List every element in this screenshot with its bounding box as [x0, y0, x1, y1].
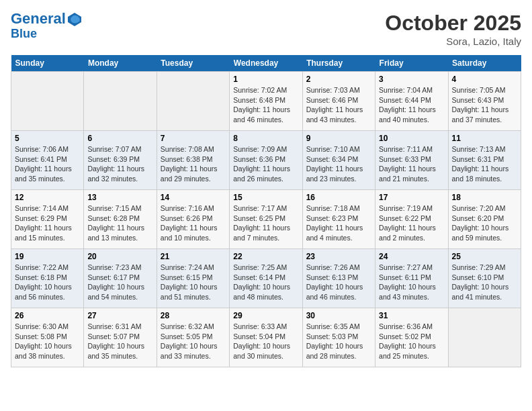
day-info: Sunrise: 7:09 AM Sunset: 6:36 PM Dayligh… [233, 144, 298, 184]
day-info: Sunrise: 7:20 AM Sunset: 6:20 PM Dayligh… [452, 203, 517, 243]
calendar-cell: 28Sunrise: 6:32 AM Sunset: 5:05 PM Dayli… [157, 308, 229, 367]
day-number: 30 [306, 311, 371, 320]
weekday-header-wednesday: Wednesday [230, 55, 302, 72]
calendar-cell: 22Sunrise: 7:25 AM Sunset: 6:14 PM Dayli… [230, 249, 302, 308]
day-info: Sunrise: 7:16 AM Sunset: 6:26 PM Dayligh… [161, 203, 226, 243]
calendar-cell: 17Sunrise: 7:19 AM Sunset: 6:22 PM Dayli… [375, 190, 448, 249]
day-number: 26 [15, 311, 80, 320]
day-info: Sunrise: 7:05 AM Sunset: 6:43 PM Dayligh… [452, 85, 517, 125]
day-number: 13 [87, 193, 152, 202]
day-info: Sunrise: 7:27 AM Sunset: 6:11 PM Dayligh… [379, 263, 444, 302]
day-number: 1 [233, 75, 298, 84]
day-info: Sunrise: 7:03 AM Sunset: 6:46 PM Dayligh… [306, 85, 371, 125]
weekday-header-thursday: Thursday [302, 55, 375, 72]
day-number: 11 [452, 134, 517, 143]
day-info: Sunrise: 6:35 AM Sunset: 5:03 PM Dayligh… [306, 322, 371, 361]
calendar-cell: 5Sunrise: 7:06 AM Sunset: 6:41 PM Daylig… [11, 131, 84, 190]
calendar-cell: 11Sunrise: 7:13 AM Sunset: 6:31 PM Dayli… [448, 131, 521, 190]
weekday-header-saturday: Saturday [448, 55, 521, 72]
day-number: 24 [379, 252, 444, 261]
calendar-cell: 27Sunrise: 6:31 AM Sunset: 5:07 PM Dayli… [84, 308, 157, 367]
calendar-cell: 3Sunrise: 7:04 AM Sunset: 6:44 PM Daylig… [375, 72, 448, 131]
day-number: 12 [15, 193, 80, 202]
day-number: 18 [452, 193, 517, 202]
day-number: 2 [306, 75, 371, 84]
day-number: 19 [15, 252, 80, 261]
calendar-cell: 15Sunrise: 7:17 AM Sunset: 6:25 PM Dayli… [230, 190, 302, 249]
calendar-cell [448, 308, 521, 367]
week-row-2: 5Sunrise: 7:06 AM Sunset: 6:41 PM Daylig… [11, 131, 521, 190]
day-number: 20 [87, 252, 152, 261]
calendar-cell [157, 72, 229, 131]
day-info: Sunrise: 7:25 AM Sunset: 6:14 PM Dayligh… [233, 263, 298, 302]
week-row-5: 26Sunrise: 6:30 AM Sunset: 5:08 PM Dayli… [11, 308, 521, 367]
week-row-1: 1Sunrise: 7:02 AM Sunset: 6:48 PM Daylig… [11, 72, 521, 131]
calendar-cell: 8Sunrise: 7:09 AM Sunset: 6:36 PM Daylig… [230, 131, 302, 190]
day-info: Sunrise: 7:11 AM Sunset: 6:33 PM Dayligh… [379, 144, 444, 184]
calendar-cell: 31Sunrise: 6:36 AM Sunset: 5:02 PM Dayli… [375, 308, 448, 367]
week-row-4: 19Sunrise: 7:22 AM Sunset: 6:18 PM Dayli… [11, 249, 521, 308]
calendar-cell: 25Sunrise: 7:29 AM Sunset: 6:10 PM Dayli… [448, 249, 521, 308]
day-number: 25 [452, 252, 517, 261]
logo: General Blue [11, 11, 83, 41]
day-info: Sunrise: 7:02 AM Sunset: 6:48 PM Dayligh… [233, 85, 298, 125]
calendar-cell: 26Sunrise: 6:30 AM Sunset: 5:08 PM Dayli… [11, 308, 84, 367]
calendar-cell: 9Sunrise: 7:10 AM Sunset: 6:34 PM Daylig… [302, 131, 375, 190]
calendar-cell [84, 72, 157, 131]
day-info: Sunrise: 7:08 AM Sunset: 6:38 PM Dayligh… [161, 144, 226, 184]
day-info: Sunrise: 7:29 AM Sunset: 6:10 PM Dayligh… [452, 263, 517, 302]
weekday-header-monday: Monday [84, 55, 157, 72]
day-info: Sunrise: 6:32 AM Sunset: 5:05 PM Dayligh… [161, 322, 226, 361]
calendar-body: 1Sunrise: 7:02 AM Sunset: 6:48 PM Daylig… [11, 72, 521, 367]
day-number: 28 [161, 311, 226, 320]
day-number: 29 [233, 311, 298, 320]
day-info: Sunrise: 6:36 AM Sunset: 5:02 PM Dayligh… [379, 322, 444, 361]
weekday-header-row: SundayMondayTuesdayWednesdayThursdayFrid… [11, 55, 521, 72]
day-info: Sunrise: 7:14 AM Sunset: 6:29 PM Dayligh… [15, 203, 80, 243]
day-number: 3 [379, 75, 444, 84]
calendar-cell: 16Sunrise: 7:18 AM Sunset: 6:23 PM Dayli… [302, 190, 375, 249]
calendar-cell: 6Sunrise: 7:07 AM Sunset: 6:39 PM Daylig… [84, 131, 157, 190]
calendar-cell: 20Sunrise: 7:23 AM Sunset: 6:17 PM Dayli… [84, 249, 157, 308]
day-number: 17 [379, 193, 444, 202]
calendar-cell: 19Sunrise: 7:22 AM Sunset: 6:18 PM Dayli… [11, 249, 84, 308]
calendar-table: SundayMondayTuesdayWednesdayThursdayFrid… [11, 55, 521, 367]
calendar-cell: 2Sunrise: 7:03 AM Sunset: 6:46 PM Daylig… [302, 72, 375, 131]
day-number: 10 [379, 134, 444, 143]
weekday-header-sunday: Sunday [11, 55, 84, 72]
calendar-cell: 30Sunrise: 6:35 AM Sunset: 5:03 PM Dayli… [302, 308, 375, 367]
day-number: 27 [87, 311, 152, 320]
weekday-header-tuesday: Tuesday [157, 55, 229, 72]
day-number: 4 [452, 75, 517, 84]
day-number: 14 [161, 193, 226, 202]
calendar-cell: 12Sunrise: 7:14 AM Sunset: 6:29 PM Dayli… [11, 190, 84, 249]
day-info: Sunrise: 7:26 AM Sunset: 6:13 PM Dayligh… [306, 263, 371, 302]
calendar-cell: 4Sunrise: 7:05 AM Sunset: 6:43 PM Daylig… [448, 72, 521, 131]
logo-text-blue: Blue [11, 28, 83, 41]
day-number: 5 [15, 134, 80, 143]
day-info: Sunrise: 7:04 AM Sunset: 6:44 PM Dayligh… [379, 85, 444, 125]
calendar-cell: 7Sunrise: 7:08 AM Sunset: 6:38 PM Daylig… [157, 131, 229, 190]
weekday-header-friday: Friday [375, 55, 448, 72]
day-info: Sunrise: 7:15 AM Sunset: 6:28 PM Dayligh… [87, 203, 152, 243]
day-info: Sunrise: 7:10 AM Sunset: 6:34 PM Dayligh… [306, 144, 371, 184]
week-row-3: 12Sunrise: 7:14 AM Sunset: 6:29 PM Dayli… [11, 190, 521, 249]
calendar-cell: 21Sunrise: 7:24 AM Sunset: 6:15 PM Dayli… [157, 249, 229, 308]
day-number: 9 [306, 134, 371, 143]
day-info: Sunrise: 7:18 AM Sunset: 6:23 PM Dayligh… [306, 203, 371, 243]
day-info: Sunrise: 6:33 AM Sunset: 5:04 PM Dayligh… [233, 322, 298, 361]
calendar-cell: 10Sunrise: 7:11 AM Sunset: 6:33 PM Dayli… [375, 131, 448, 190]
logo-text: General [11, 11, 83, 28]
title-area: October 2025 Sora, Lazio, Italy [385, 11, 521, 47]
day-number: 23 [306, 252, 371, 261]
calendar-cell: 1Sunrise: 7:02 AM Sunset: 6:48 PM Daylig… [230, 72, 302, 131]
page-header: General Blue October 2025 Sora, Lazio, I… [11, 11, 521, 47]
calendar-cell: 13Sunrise: 7:15 AM Sunset: 6:28 PM Dayli… [84, 190, 157, 249]
day-number: 31 [379, 311, 444, 320]
day-number: 16 [306, 193, 371, 202]
day-info: Sunrise: 7:24 AM Sunset: 6:15 PM Dayligh… [161, 263, 226, 302]
day-number: 7 [161, 134, 226, 143]
calendar-cell: 23Sunrise: 7:26 AM Sunset: 6:13 PM Dayli… [302, 249, 375, 308]
calendar-cell [11, 72, 84, 131]
day-info: Sunrise: 7:23 AM Sunset: 6:17 PM Dayligh… [87, 263, 152, 302]
